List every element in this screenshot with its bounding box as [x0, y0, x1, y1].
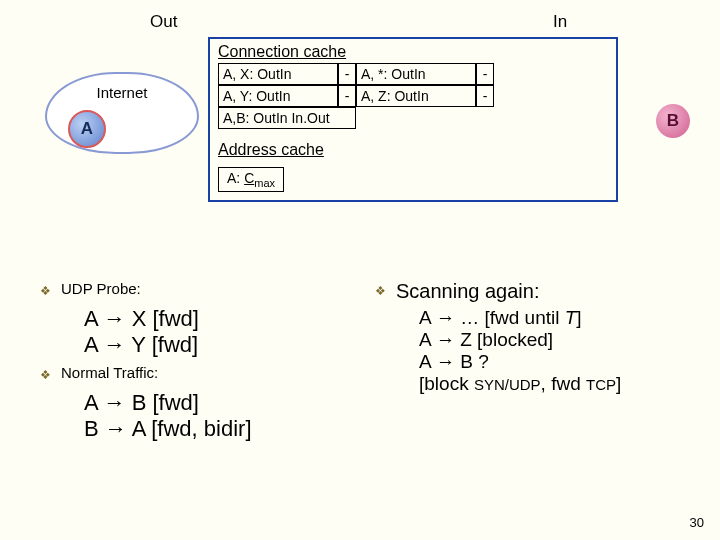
- flow-line: A → B [fwd]: [84, 390, 355, 416]
- flow-line: A → B ?: [419, 351, 690, 373]
- udp-probe-heading: UDP Probe:: [61, 280, 141, 297]
- flow-line: A → X [fwd]: [84, 306, 355, 332]
- cache-cell: A,B: OutIn In.Out: [218, 107, 356, 129]
- bullet-icon: ❖: [40, 364, 51, 386]
- address-cache-cell: A: Cmax: [218, 167, 284, 192]
- bullet-normal-traffic: ❖ Normal Traffic:: [40, 364, 355, 386]
- scanning-again-heading: Scanning again:: [396, 280, 539, 303]
- cache-cell: A, Z: OutIn: [356, 85, 476, 107]
- flow-line: A → Y [fwd]: [84, 332, 355, 358]
- cache-cell: -: [476, 85, 494, 107]
- cache-cell: -: [476, 63, 494, 85]
- bullet-icon: ❖: [40, 280, 51, 302]
- flow-line: A → Z [blocked]: [419, 329, 690, 351]
- bullet-scanning-again: ❖ Scanning again:: [375, 280, 690, 303]
- slide-number: 30: [690, 515, 704, 530]
- internet-label: Internet: [97, 84, 148, 101]
- cache-cell: -: [338, 85, 356, 107]
- flow-line: B → A [fwd, bidir]: [84, 416, 355, 442]
- normal-traffic-heading: Normal Traffic:: [61, 364, 158, 381]
- connection-cache-heading: Connection cache: [218, 43, 608, 61]
- cache-cell: A, *: OutIn: [356, 63, 476, 85]
- node-b: B: [656, 104, 690, 138]
- flow-line: A → … [fwd until T]: [419, 307, 690, 329]
- label-in: In: [553, 12, 567, 32]
- internet-cloud: Internet: [45, 72, 199, 154]
- cache-cell: A, Y: OutIn: [218, 85, 338, 107]
- node-a: A: [68, 110, 106, 148]
- cache-box: Connection cache A, X: OutIn - A, *: Out…: [208, 37, 618, 202]
- bullet-icon: ❖: [375, 280, 386, 302]
- address-cache-heading: Address cache: [218, 141, 608, 159]
- bullet-udp-probe: ❖ UDP Probe:: [40, 280, 355, 302]
- label-out: Out: [150, 12, 177, 32]
- flow-line: [block SYN/UDP, fwd TCP]: [419, 373, 690, 395]
- addr-a: A:: [227, 170, 240, 186]
- cache-cell: A, X: OutIn: [218, 63, 338, 85]
- addr-cmax: Cmax: [244, 170, 275, 186]
- cache-cell: -: [338, 63, 356, 85]
- connection-cache-grid: A, X: OutIn - A, *: OutIn - A, Y: OutIn …: [218, 63, 608, 129]
